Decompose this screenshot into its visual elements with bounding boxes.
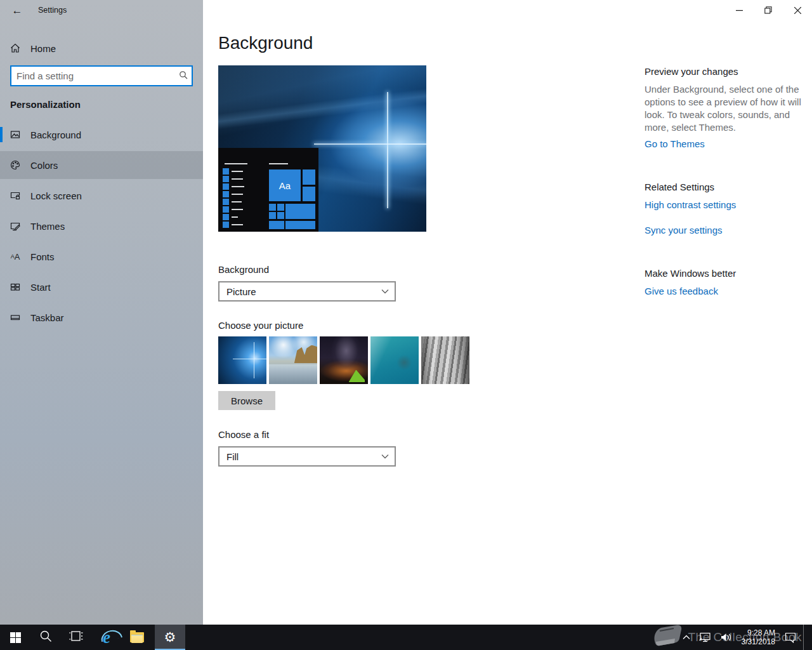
sidebar-item-label: Taskbar	[30, 312, 64, 323]
taskbar-search-button[interactable]	[30, 625, 61, 650]
sidebar-item-label: Background	[30, 129, 81, 140]
action-center-icon[interactable]	[780, 625, 801, 650]
search-icon[interactable]	[175, 70, 192, 81]
file-explorer-button[interactable]	[122, 625, 152, 650]
sidebar-item-colors[interactable]: Colors	[0, 151, 203, 179]
give-us-feedback-link[interactable]: Give us feedback	[645, 286, 718, 296]
sidebar-item-label: Fonts	[30, 251, 55, 262]
sidebar-item-label: Lock screen	[30, 190, 82, 201]
sidebar-item-lock-screen[interactable]: Lock screen	[0, 182, 203, 209]
start-grid-icon	[10, 282, 20, 292]
thumbnail-underwater-diver[interactable]	[370, 336, 419, 384]
start-tile-aa: Aa	[269, 169, 301, 201]
restore-button[interactable]	[754, 0, 783, 20]
choose-fit-label: Choose a fit	[218, 429, 269, 440]
section-heading-personalization: Personalization	[10, 99, 81, 110]
settings-window: ← Settings Home Personalization	[0, 0, 812, 650]
thumbnail-rock-cliff[interactable]	[421, 336, 469, 384]
high-contrast-settings-link[interactable]: High contrast settings	[645, 199, 736, 210]
settings-taskbar-button[interactable]: ⚙	[155, 625, 185, 650]
search-input[interactable]	[11, 70, 175, 81]
close-button[interactable]	[783, 0, 812, 20]
sidebar-item-themes[interactable]: Themes	[0, 212, 203, 240]
windows-logo-icon	[10, 632, 21, 643]
palette-icon	[10, 160, 20, 170]
show-desktop-button[interactable]	[803, 625, 807, 650]
start-button[interactable]	[0, 625, 30, 650]
taskbar-clock[interactable]: 9:28 AM 3/31/2018	[737, 628, 780, 646]
tray-chevron-up-icon[interactable]	[678, 625, 695, 650]
system-tray: 9:28 AM 3/31/2018	[678, 625, 807, 650]
sidebar: ← Settings Home Personalization	[0, 0, 203, 625]
taskbar-buttons: e ⚙	[0, 625, 185, 650]
fit-dropdown[interactable]: Fill	[218, 446, 396, 467]
background-dropdown-value: Picture	[219, 286, 376, 297]
sidebar-item-label: Home	[30, 43, 56, 54]
clock-time: 9:28 AM	[742, 628, 775, 637]
gear-icon: ⚙	[164, 631, 176, 644]
choose-picture-label: Choose your picture	[218, 320, 303, 331]
chevron-down-icon	[376, 289, 395, 294]
main-content: Background Aa	[203, 0, 812, 625]
sync-your-settings-link[interactable]: Sync your settings	[645, 225, 723, 235]
search-box	[10, 65, 193, 86]
fit-dropdown-value: Fill	[219, 451, 376, 462]
thumbnail-night-sky-tent[interactable]	[320, 336, 368, 384]
related-settings-heading: Related Settings	[645, 182, 714, 192]
back-button[interactable]: ←	[6, 1, 28, 20]
background-preview-image: Aa	[218, 65, 426, 232]
preview-changes-text: Under Background, select one of the opti…	[645, 83, 803, 134]
sidebar-item-label: Colors	[30, 160, 58, 171]
background-dropdown-label: Background	[218, 264, 269, 275]
task-view-button[interactable]	[61, 625, 91, 650]
internet-explorer-button[interactable]: e	[91, 625, 122, 650]
preview-changes-heading: Preview your changes	[645, 66, 738, 77]
sidebar-item-taskbar[interactable]: Taskbar	[0, 303, 203, 331]
themes-icon	[10, 221, 20, 231]
window-controls	[724, 0, 812, 20]
image-icon	[10, 129, 20, 140]
make-windows-better-heading: Make Windows better	[645, 268, 736, 279]
sidebar-item-start[interactable]: Start	[0, 273, 203, 301]
picture-thumbnails	[218, 336, 469, 384]
background-dropdown[interactable]: Picture	[218, 281, 396, 302]
thumbnail-windows-hero[interactable]	[218, 336, 266, 384]
volume-icon[interactable]	[716, 625, 737, 650]
search-icon	[39, 630, 52, 645]
home-icon	[10, 43, 20, 53]
taskbar-icon	[10, 312, 20, 322]
sidebar-item-fonts[interactable]: AA Fonts	[0, 242, 203, 270]
fonts-icon: AA	[10, 251, 20, 262]
sidebar-item-label: Start	[30, 282, 51, 293]
file-explorer-icon	[130, 632, 144, 642]
start-menu-mock: Aa	[218, 148, 318, 232]
minimize-button[interactable]	[724, 0, 754, 20]
thumbnail-beach-arch[interactable]	[269, 336, 317, 384]
sidebar-item-home[interactable]: Home	[0, 36, 203, 61]
browse-button[interactable]: Browse	[218, 391, 275, 410]
lock-screen-icon	[10, 190, 20, 201]
network-icon[interactable]	[695, 625, 716, 650]
task-view-icon	[69, 630, 83, 644]
go-to-themes-link[interactable]: Go to Themes	[645, 138, 705, 149]
hero-window-vertical-line	[387, 92, 388, 208]
window-title: Settings	[38, 6, 67, 15]
page-title: Background	[218, 33, 313, 53]
sidebar-item-background[interactable]: Background	[0, 121, 203, 149]
sidebar-item-label: Themes	[30, 221, 65, 232]
sidebar-nav: Background Colors	[0, 121, 203, 334]
taskbar: The Collection Book	[0, 625, 812, 650]
hero-window-horizontal-line	[314, 143, 426, 145]
clock-date: 3/31/2018	[742, 637, 775, 646]
internet-explorer-icon: e	[103, 629, 110, 646]
chevron-down-icon	[376, 454, 395, 459]
back-arrow-icon: ←	[12, 4, 23, 17]
